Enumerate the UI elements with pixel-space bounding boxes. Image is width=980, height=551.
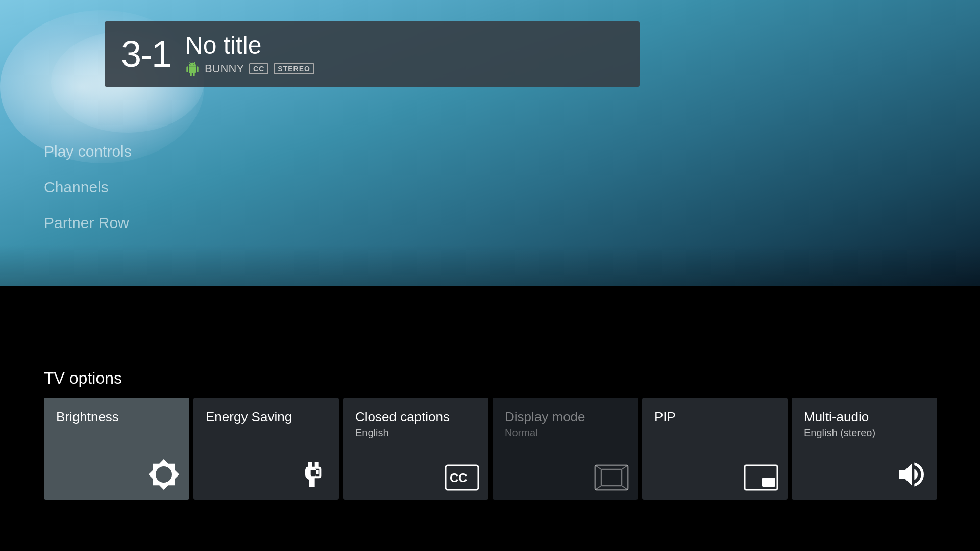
cc-badge: CC xyxy=(249,63,268,74)
options-grid: Brightness Energy Saving Closed captions… xyxy=(44,398,937,500)
energy-saving-title: Energy Saving xyxy=(206,409,327,425)
sidebar-nav: Play controls Channels Partner Row xyxy=(44,143,132,232)
multi-audio-icon xyxy=(895,458,928,491)
sidebar-item-partner-row[interactable]: Partner Row xyxy=(44,214,132,232)
svg-text:CC: CC xyxy=(450,471,468,485)
tv-options-section: TV options Brightness Energy Saving Clos… xyxy=(44,369,937,500)
pip-icon xyxy=(744,464,778,491)
display-mode-tile[interactable]: Display mode Normal xyxy=(493,398,638,500)
multi-audio-subtitle: English (stereo) xyxy=(804,427,925,439)
display-mode-title: Display mode xyxy=(505,409,626,425)
channel-info: No title BUNNY CC STEREO xyxy=(185,32,314,77)
closed-captions-tile[interactable]: Closed captions English CC xyxy=(343,398,488,500)
closed-captions-icon: CC xyxy=(445,464,479,491)
tv-options-title: TV options xyxy=(44,369,937,388)
sidebar-item-play-controls[interactable]: Play controls xyxy=(44,143,132,160)
svg-rect-7 xyxy=(601,469,622,486)
energy-saving-tile[interactable]: Energy Saving xyxy=(193,398,339,500)
display-mode-icon xyxy=(594,464,629,491)
sidebar-item-channels[interactable]: Channels xyxy=(44,179,132,196)
brightness-title: Brightness xyxy=(56,409,177,425)
stereo-badge: STEREO xyxy=(274,63,314,74)
channel-number: 3-1 xyxy=(121,36,171,72)
brightness-icon xyxy=(148,458,180,491)
pip-title: PIP xyxy=(654,409,775,425)
energy-saving-icon xyxy=(297,458,330,491)
channel-meta: BUNNY CC STEREO xyxy=(185,62,314,76)
channel-info-bar: 3-1 No title BUNNY CC STEREO xyxy=(105,21,640,87)
channel-title: No title xyxy=(185,32,314,59)
android-icon xyxy=(185,62,200,76)
closed-captions-title: Closed captions xyxy=(355,409,476,425)
svg-rect-9 xyxy=(762,478,775,487)
closed-captions-subtitle: English xyxy=(355,427,476,439)
brightness-tile[interactable]: Brightness xyxy=(44,398,189,500)
channel-source: BUNNY xyxy=(205,62,244,76)
multi-audio-tile[interactable]: Multi-audio English (stereo) xyxy=(792,398,937,500)
display-mode-subtitle: Normal xyxy=(505,427,626,439)
multi-audio-title: Multi-audio xyxy=(804,409,925,425)
pip-tile[interactable]: PIP xyxy=(642,398,788,500)
